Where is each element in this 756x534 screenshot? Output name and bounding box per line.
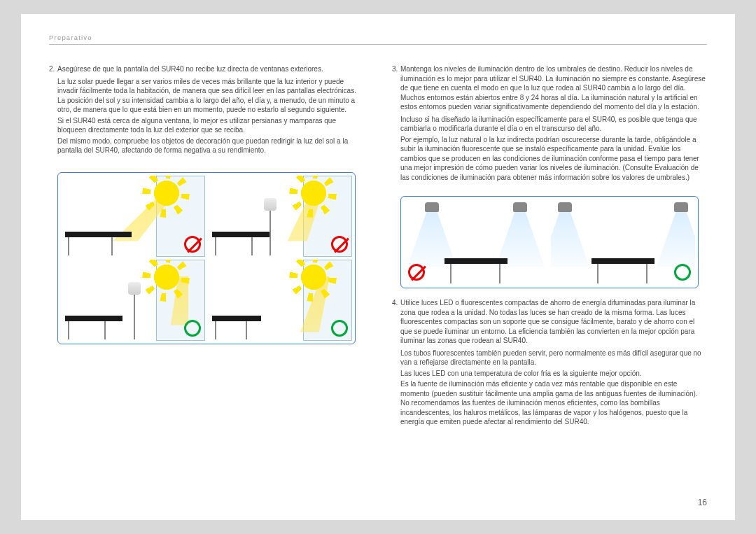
allowed-icon	[184, 320, 201, 337]
fig-cell-away-from-table	[208, 260, 352, 341]
allowed-icon	[331, 320, 348, 337]
fig-cell-lamp-over-table	[404, 199, 548, 285]
item-lead: Utilice luces LED o fluorescentes compac…	[400, 299, 695, 344]
item2-p1: La luz solar puede llegar a ser varios m…	[49, 77, 364, 115]
document-page: Preparativo 2. Asegúrese de que la panta…	[21, 14, 735, 520]
list-item-3: 3. Mantenga los niveles de iluminación d…	[392, 64, 707, 112]
fig-cell-lamp-away	[551, 199, 695, 285]
section-header: Preparativo	[49, 34, 707, 41]
item-lead: Asegúrese de que la pantalla del SUR40 n…	[57, 65, 323, 73]
fig-cell-direct-on-table	[61, 176, 205, 257]
item-number: 2.	[49, 64, 55, 74]
item3-p2: Por ejemplo, la luz natural o la luz ind…	[392, 135, 707, 183]
left-column: 2. Asegúrese de que la pantalla del SUR4…	[49, 64, 364, 428]
allowed-icon	[674, 264, 691, 281]
two-column-layout: 2. Asegúrese de que la pantalla del SUR4…	[49, 64, 707, 428]
prohibited-icon	[331, 236, 348, 253]
header-rule	[49, 44, 707, 45]
item3-p1: Incluso si ha diseñado la iluminación es…	[392, 115, 707, 134]
list-item-4: 4. Utilice luces LED o fluorescentes com…	[392, 298, 707, 346]
prohibited-icon	[408, 264, 425, 281]
item4-p3: Es la fuente de iluminación más eficient…	[392, 379, 707, 427]
prohibited-icon	[184, 236, 201, 253]
list-item-2: 2. Asegúrese de que la pantalla del SUR4…	[49, 64, 364, 74]
ceiling-lamps-figure	[400, 196, 699, 288]
item4-p1: Los tubos fluorescentes también pueden s…	[392, 349, 707, 367]
fig-cell-reflected-pole	[208, 176, 352, 257]
item-lead: Mantenga los niveles de iluminación dent…	[400, 65, 706, 111]
item2-p3: Del mismo modo, compruebe los objetos de…	[49, 136, 364, 155]
item-number: 3.	[392, 64, 398, 74]
fig-cell-blinds-block	[61, 260, 205, 341]
item2-p2: Si el SUR40 está cerca de alguna ventana…	[49, 116, 364, 135]
sunlight-figure	[57, 172, 356, 344]
item-number: 4.	[392, 298, 398, 308]
page-number: 16	[698, 498, 707, 507]
item4-p2: Las luces LED con una temperatura de col…	[392, 369, 707, 379]
right-column: 3. Mantenga los niveles de iluminación d…	[392, 64, 707, 428]
